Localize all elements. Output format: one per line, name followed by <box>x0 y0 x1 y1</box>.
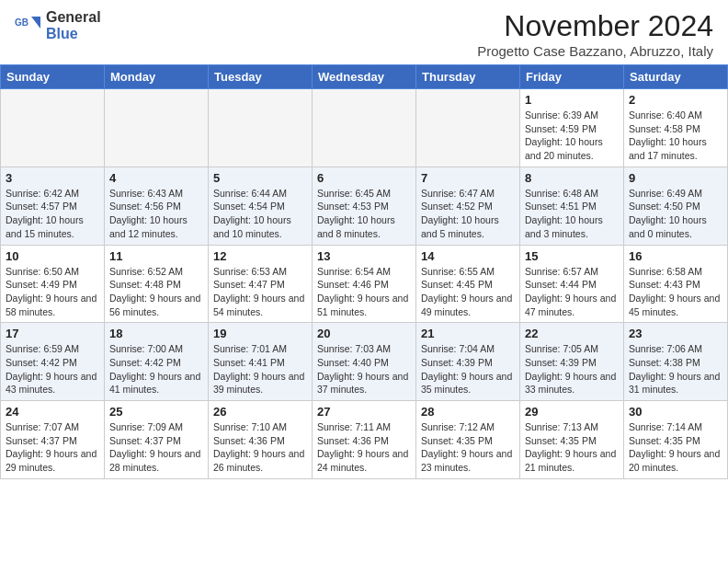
day-number: 6 <box>317 171 411 185</box>
day-info: Sunrise: 7:06 AM Sunset: 4:38 PM Dayligh… <box>629 342 722 396</box>
day-number: 24 <box>6 405 99 419</box>
day-info: Sunrise: 6:52 AM Sunset: 4:48 PM Dayligh… <box>109 265 203 319</box>
day-number: 29 <box>525 405 619 419</box>
calendar-cell: 22Sunrise: 7:05 AM Sunset: 4:39 PM Dayli… <box>520 323 624 401</box>
col-header-monday: Monday <box>105 65 209 89</box>
calendar-cell: 15Sunrise: 6:57 AM Sunset: 4:44 PM Dayli… <box>520 245 624 323</box>
calendar-cell: 6Sunrise: 6:45 AM Sunset: 4:53 PM Daylig… <box>313 167 416 245</box>
day-number: 27 <box>317 405 411 419</box>
calendar-cell: 30Sunrise: 7:14 AM Sunset: 4:35 PM Dayli… <box>624 401 728 479</box>
day-info: Sunrise: 7:07 AM Sunset: 4:37 PM Dayligh… <box>6 420 99 475</box>
day-number: 2 <box>629 93 722 107</box>
logo: GB General Blue <box>15 9 101 42</box>
day-info: Sunrise: 6:43 AM Sunset: 4:56 PM Dayligh… <box>109 187 203 241</box>
calendar-cell: 14Sunrise: 6:55 AM Sunset: 4:45 PM Dayli… <box>416 245 520 323</box>
day-number: 23 <box>629 327 722 340</box>
logo-blue: Blue <box>46 26 78 41</box>
calendar-cell <box>313 89 416 167</box>
calendar-cell: 17Sunrise: 6:59 AM Sunset: 4:42 PM Dayli… <box>1 323 105 401</box>
day-info: Sunrise: 7:13 AM Sunset: 4:35 PM Dayligh… <box>525 420 619 475</box>
week-row-1: 1Sunrise: 6:39 AM Sunset: 4:59 PM Daylig… <box>1 89 728 167</box>
day-info: Sunrise: 7:10 AM Sunset: 4:36 PM Dayligh… <box>213 420 307 475</box>
day-number: 7 <box>421 171 515 185</box>
col-header-wednesday: Wednesday <box>313 65 416 89</box>
calendar-cell: 10Sunrise: 6:50 AM Sunset: 4:49 PM Dayli… <box>1 245 105 323</box>
day-number: 22 <box>525 327 619 340</box>
col-header-friday: Friday <box>520 65 624 89</box>
calendar-cell: 4Sunrise: 6:43 AM Sunset: 4:56 PM Daylig… <box>105 167 209 245</box>
day-number: 18 <box>109 327 203 340</box>
calendar-cell: 8Sunrise: 6:48 AM Sunset: 4:51 PM Daylig… <box>520 167 624 245</box>
week-row-5: 24Sunrise: 7:07 AM Sunset: 4:37 PM Dayli… <box>1 401 728 479</box>
title-area: November 2024 Progetto Case Bazzano, Abr… <box>477 9 713 59</box>
week-row-2: 3Sunrise: 6:42 AM Sunset: 4:57 PM Daylig… <box>1 167 728 245</box>
day-info: Sunrise: 6:53 AM Sunset: 4:47 PM Dayligh… <box>213 265 307 319</box>
col-header-saturday: Saturday <box>624 65 728 89</box>
calendar-cell: 16Sunrise: 6:58 AM Sunset: 4:43 PM Dayli… <box>624 245 728 323</box>
day-info: Sunrise: 7:03 AM Sunset: 4:40 PM Dayligh… <box>317 342 411 396</box>
day-number: 25 <box>109 405 203 419</box>
day-info: Sunrise: 6:58 AM Sunset: 4:43 PM Dayligh… <box>629 265 722 319</box>
day-info: Sunrise: 6:55 AM Sunset: 4:45 PM Dayligh… <box>421 265 515 319</box>
calendar-cell: 1Sunrise: 6:39 AM Sunset: 4:59 PM Daylig… <box>520 89 624 167</box>
calendar-cell: 24Sunrise: 7:07 AM Sunset: 4:37 PM Dayli… <box>1 401 105 479</box>
day-number: 15 <box>525 249 619 263</box>
calendar-cell: 25Sunrise: 7:09 AM Sunset: 4:37 PM Dayli… <box>105 401 209 479</box>
calendar-cell <box>105 89 209 167</box>
calendar-cell <box>1 89 105 167</box>
header: GB General Blue November 2024 Progetto C… <box>0 0 728 64</box>
day-info: Sunrise: 7:14 AM Sunset: 4:35 PM Dayligh… <box>629 420 722 475</box>
day-number: 4 <box>109 171 203 185</box>
day-number: 16 <box>629 249 722 263</box>
day-info: Sunrise: 7:00 AM Sunset: 4:42 PM Dayligh… <box>109 342 203 396</box>
day-info: Sunrise: 6:39 AM Sunset: 4:59 PM Dayligh… <box>525 109 619 163</box>
day-info: Sunrise: 6:49 AM Sunset: 4:50 PM Dayligh… <box>629 187 722 241</box>
day-info: Sunrise: 6:48 AM Sunset: 4:51 PM Dayligh… <box>525 187 619 241</box>
day-number: 8 <box>525 171 619 185</box>
col-header-thursday: Thursday <box>416 65 520 89</box>
day-info: Sunrise: 6:42 AM Sunset: 4:57 PM Dayligh… <box>6 187 99 241</box>
day-number: 19 <box>213 327 307 340</box>
day-info: Sunrise: 6:57 AM Sunset: 4:44 PM Dayligh… <box>525 265 619 319</box>
calendar-cell: 5Sunrise: 6:44 AM Sunset: 4:54 PM Daylig… <box>209 167 313 245</box>
day-info: Sunrise: 6:59 AM Sunset: 4:42 PM Dayligh… <box>6 342 99 396</box>
calendar-cell: 20Sunrise: 7:03 AM Sunset: 4:40 PM Dayli… <box>313 323 416 401</box>
calendar-cell: 23Sunrise: 7:06 AM Sunset: 4:38 PM Dayli… <box>624 323 728 401</box>
svg-marker-1 <box>31 17 40 29</box>
calendar-cell <box>416 89 520 167</box>
month-title: November 2024 <box>477 9 713 43</box>
logo-general: General <box>46 9 101 25</box>
col-header-sunday: Sunday <box>1 65 105 89</box>
calendar-cell: 7Sunrise: 6:47 AM Sunset: 4:52 PM Daylig… <box>416 167 520 245</box>
day-number: 26 <box>213 405 307 419</box>
day-number: 20 <box>317 327 411 340</box>
day-info: Sunrise: 7:09 AM Sunset: 4:37 PM Dayligh… <box>109 420 203 475</box>
day-number: 21 <box>421 327 515 340</box>
day-number: 9 <box>629 171 722 185</box>
day-info: Sunrise: 6:47 AM Sunset: 4:52 PM Dayligh… <box>421 187 515 241</box>
week-row-4: 17Sunrise: 6:59 AM Sunset: 4:42 PM Dayli… <box>1 323 728 401</box>
day-info: Sunrise: 6:54 AM Sunset: 4:46 PM Dayligh… <box>317 265 411 319</box>
logo-icon: GB <box>15 12 42 40</box>
day-info: Sunrise: 6:50 AM Sunset: 4:49 PM Dayligh… <box>6 265 99 319</box>
day-number: 13 <box>317 249 411 263</box>
calendar-cell: 2Sunrise: 6:40 AM Sunset: 4:58 PM Daylig… <box>624 89 728 167</box>
day-number: 28 <box>421 405 515 419</box>
calendar-cell: 26Sunrise: 7:10 AM Sunset: 4:36 PM Dayli… <box>209 401 313 479</box>
week-row-3: 10Sunrise: 6:50 AM Sunset: 4:49 PM Dayli… <box>1 245 728 323</box>
day-info: Sunrise: 6:44 AM Sunset: 4:54 PM Dayligh… <box>213 187 307 241</box>
calendar-cell: 28Sunrise: 7:12 AM Sunset: 4:35 PM Dayli… <box>416 401 520 479</box>
day-number: 12 <box>213 249 307 263</box>
svg-text:GB: GB <box>15 17 28 28</box>
calendar-cell: 12Sunrise: 6:53 AM Sunset: 4:47 PM Dayli… <box>209 245 313 323</box>
day-number: 30 <box>629 405 722 419</box>
calendar: SundayMondayTuesdayWednesdayThursdayFrid… <box>0 64 728 479</box>
day-info: Sunrise: 6:45 AM Sunset: 4:53 PM Dayligh… <box>317 187 411 241</box>
location-title: Progetto Case Bazzano, Abruzzo, Italy <box>477 43 713 59</box>
day-number: 10 <box>6 249 99 263</box>
day-info: Sunrise: 6:40 AM Sunset: 4:58 PM Dayligh… <box>629 109 722 163</box>
calendar-cell: 13Sunrise: 6:54 AM Sunset: 4:46 PM Dayli… <box>313 245 416 323</box>
day-info: Sunrise: 7:01 AM Sunset: 4:41 PM Dayligh… <box>213 342 307 396</box>
calendar-cell: 21Sunrise: 7:04 AM Sunset: 4:39 PM Dayli… <box>416 323 520 401</box>
calendar-cell: 18Sunrise: 7:00 AM Sunset: 4:42 PM Dayli… <box>105 323 209 401</box>
